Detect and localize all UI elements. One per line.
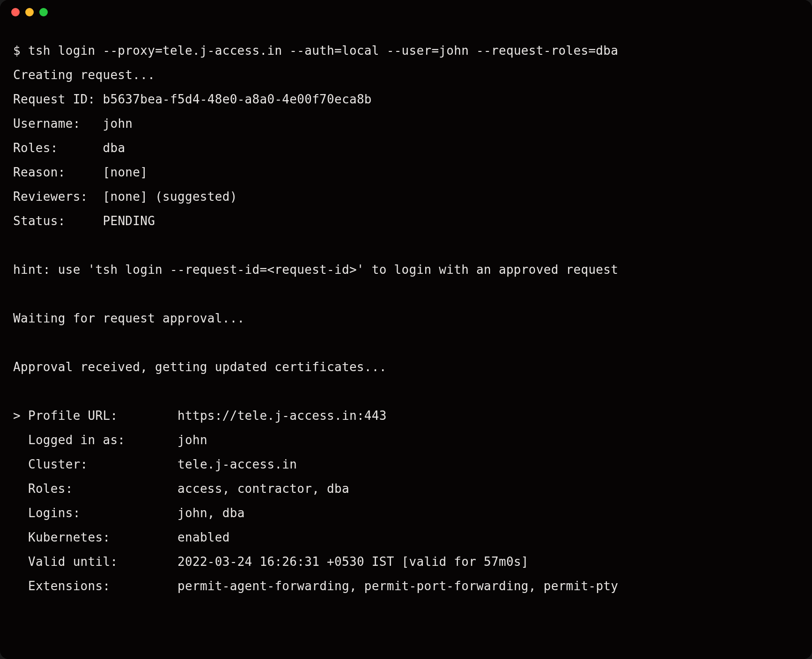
logged-in-label: Logged in as: xyxy=(28,433,125,447)
blank-4 xyxy=(13,379,799,403)
reason-value: [none] xyxy=(103,165,148,179)
terminal-window: $ tsh login --proxy=tele.j-access.in --a… xyxy=(0,0,812,659)
terminal-body[interactable]: $ tsh login --proxy=tele.j-access.in --a… xyxy=(0,24,812,659)
blank-2 xyxy=(13,282,799,306)
blank-1 xyxy=(13,233,799,257)
blank-3 xyxy=(13,330,799,355)
status-value: PENDING xyxy=(103,214,155,228)
reviewers-line: Reviewers: [none] (suggested) xyxy=(13,184,799,209)
cluster-label: Cluster: xyxy=(28,457,88,471)
logins-value: john, dba xyxy=(177,506,245,520)
logged-in-line: Logged in as: john xyxy=(13,428,799,452)
cluster-value: tele.j-access.in xyxy=(177,457,297,471)
roles-line: Roles: dba xyxy=(13,136,799,160)
prompt-symbol: $ xyxy=(13,44,28,58)
hint-line: hint: use 'tsh login --request-id=<reque… xyxy=(13,257,799,282)
approval-line: Approval received, getting updated certi… xyxy=(13,355,799,379)
roles-label: Roles: xyxy=(13,141,58,155)
creating-line: Creating request... xyxy=(13,63,799,87)
kubernetes-label: Kubernetes: xyxy=(28,530,111,544)
profile-url-line: > Profile URL: https://tele.j-access.in:… xyxy=(13,403,799,428)
maximize-icon[interactable] xyxy=(39,8,48,16)
request-id-label: Request ID: xyxy=(13,92,96,106)
profile-roles-line: Roles: access, contractor, dba xyxy=(13,476,799,501)
username-value: john xyxy=(103,117,133,131)
profile-url-value: https://tele.j-access.in:443 xyxy=(177,409,387,423)
request-id-value: b5637bea-f5d4-48e0-a8a0-4e00f70eca8b xyxy=(103,92,371,106)
valid-until-label: Valid until: xyxy=(28,555,118,569)
minimize-icon[interactable] xyxy=(25,8,34,16)
username-label: Username: xyxy=(13,117,81,131)
cluster-line: Cluster: tele.j-access.in xyxy=(13,452,799,476)
extensions-value: permit-agent-forwarding, permit-port-for… xyxy=(177,579,618,593)
reason-label: Reason: xyxy=(13,165,66,179)
close-icon[interactable] xyxy=(11,8,20,16)
extensions-line: Extensions: permit-agent-forwarding, per… xyxy=(13,574,799,598)
profile-url-label: Profile URL: xyxy=(28,409,118,423)
command-line: $ tsh login --proxy=tele.j-access.in --a… xyxy=(13,38,799,63)
logged-in-value: john xyxy=(177,433,207,447)
logins-label: Logins: xyxy=(28,506,81,520)
status-label: Status: xyxy=(13,214,66,228)
reviewers-value: [none] (suggested) xyxy=(103,190,237,204)
kubernetes-line: Kubernetes: enabled xyxy=(13,525,799,549)
roles-value: dba xyxy=(103,141,125,155)
profile-roles-value: access, contractor, dba xyxy=(177,482,349,496)
status-line: Status: PENDING xyxy=(13,209,799,233)
valid-until-line: Valid until: 2022-03-24 16:26:31 +0530 I… xyxy=(13,549,799,574)
valid-until-value: 2022-03-24 16:26:31 +0530 IST [valid for… xyxy=(177,555,529,569)
profile-roles-label: Roles: xyxy=(28,482,73,496)
waiting-line: Waiting for request approval... xyxy=(13,306,799,330)
request-id-line: Request ID: b5637bea-f5d4-48e0-a8a0-4e00… xyxy=(13,87,799,111)
reason-line: Reason: [none] xyxy=(13,160,799,184)
username-line: Username: john xyxy=(13,111,799,136)
logins-line: Logins: john, dba xyxy=(13,501,799,525)
reviewers-label: Reviewers: xyxy=(13,190,88,204)
kubernetes-value: enabled xyxy=(177,530,230,544)
extensions-label: Extensions: xyxy=(28,579,111,593)
window-titlebar xyxy=(0,0,812,24)
command-text: tsh login --proxy=tele.j-access.in --aut… xyxy=(28,44,618,58)
